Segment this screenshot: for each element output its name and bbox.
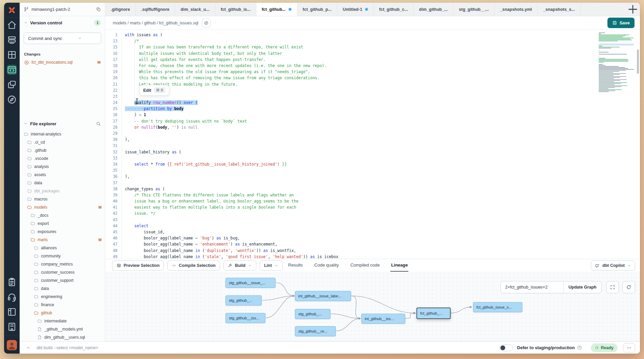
toolbar-button-lint[interactable]: Lint (260, 260, 283, 271)
code-line[interactable]: 22 (105, 87, 640, 93)
editor-tab-fct_github_is...[interactable]: fct_github_is... (215, 3, 256, 16)
rail-item-layers[interactable] (4, 33, 20, 47)
file-explorer-header[interactable]: File explorer (20, 119, 105, 128)
tree-item-export[interactable]: export (20, 219, 105, 228)
lineage-node-stg_github_...[interactable]: stg_github_... (295, 309, 330, 319)
tree-item-_github__models.yml[interactable]: _github__models.yml (20, 325, 105, 333)
code-line[interactable]: 48 boolor_agg(label_name in ('duplicate'… (105, 248, 640, 254)
tree-item-dim_github__users.sql[interactable]: dim_github__users.sql (20, 333, 105, 341)
code-line[interactable]: 33 (105, 155, 640, 161)
tree-item-intermediate[interactable]: intermediate (20, 317, 105, 325)
help-icon[interactable] (577, 345, 582, 350)
tree-item-marts[interactable]: martsM (20, 236, 105, 244)
code-line[interactable]: 20 this has the effect of removing the n… (105, 75, 640, 81)
lineage-node-fct_github_issue_s...[interactable]: fct_github_issue_s... (473, 302, 522, 312)
editor-tab-fct_github_p...[interactable]: fct_github_p... (297, 3, 337, 16)
command-input[interactable]: dbt build --select <model_name> (37, 345, 499, 350)
lineage-node-stg_github_...[interactable]: stg_github_... (226, 295, 262, 305)
editor-tab-_snapshots_s...[interactable]: _snapshots_s... (538, 3, 581, 16)
defer-toggle[interactable] (499, 344, 513, 351)
tree-item-finance[interactable]: finance (20, 301, 105, 309)
code-line[interactable]: 29 (105, 130, 640, 136)
editor-tab-fct_github_c...[interactable]: fct_github_c... (374, 3, 414, 16)
editor-scrollbar[interactable] (637, 49, 639, 74)
rail-item-home[interactable] (4, 18, 20, 33)
tree-item-exposures[interactable]: exposures (20, 228, 105, 236)
code-line[interactable]: 39 /* This CTE flattens the different is… (105, 192, 640, 198)
tree-item-.github[interactable]: .github (20, 146, 105, 154)
code-line[interactable]: 15 If an issue has been transferred to a… (105, 44, 640, 50)
tree-item-models[interactable]: modelsM (20, 203, 105, 211)
rail-item-docs[interactable] (4, 304, 20, 319)
lineage-node-stg_github__issue_...[interactable]: stg_github__issue_... (226, 278, 276, 288)
code-line[interactable]: 24 qualify row_number() over ( (105, 100, 640, 106)
code-line[interactable]: 1with issues as ( (105, 32, 640, 38)
tree-item-community[interactable]: community (20, 252, 105, 260)
tree-item-alliances[interactable]: alliances (20, 244, 105, 252)
tree-item-.vscode[interactable]: .vscode (20, 154, 105, 163)
code-line[interactable]: 32issue_label_history as ( (105, 149, 640, 155)
update-graph-button[interactable]: Update Graph (563, 281, 601, 293)
copy-branch-icon[interactable] (96, 7, 101, 12)
toolbar-button-compile-selection[interactable]: Compile Selection (167, 260, 220, 271)
editor-tab-dim_slack_u...[interactable]: dim_slack_u... (175, 3, 215, 16)
branch-name[interactable]: mirnawong1-patch-2 (31, 7, 93, 12)
panel-tab-compiled-code[interactable]: Compiled code (350, 259, 381, 272)
dbt-copilot-button[interactable]: dbt Copilot (591, 260, 635, 271)
lineage-node-int_github__iss...[interactable]: int_github__iss... (361, 314, 405, 324)
code-line[interactable]: 45 issue_id, (105, 229, 640, 235)
save-button[interactable]: Save (607, 18, 635, 28)
tree-item-internal-analytics[interactable]: internal-analytics (20, 130, 105, 138)
new-tab-button[interactable] (626, 3, 640, 16)
code-line[interactable]: 13 /* (105, 38, 640, 44)
code-line[interactable]: 36), (105, 173, 640, 180)
code-line[interactable]: 41 easiest way to flatten multiple label… (105, 204, 640, 210)
edit-tooltip-label[interactable]: Edit (143, 88, 151, 93)
editor-tab-.gitignore[interactable]: .gitignore (105, 3, 136, 16)
tree-item-customer_success[interactable]: customer_success (20, 268, 105, 276)
version-control-header[interactable]: Version control 1 (20, 18, 105, 27)
code-line[interactable]: 18 For now, choose the one with more rec… (105, 63, 640, 69)
graph-selector-input[interactable]: 2+fct_github_issues+2 (501, 281, 563, 293)
tree-item-customer_support[interactable]: customer_support (20, 276, 105, 284)
code-line[interactable]: 47 boolor_agg(label_name = 'enhancement'… (105, 241, 640, 247)
code-line[interactable]: 21 Let's revisit this modeling in the fu… (105, 81, 640, 87)
code-line[interactable]: 27 -- don't try deduping issues with no … (105, 118, 640, 124)
code-line[interactable]: 30), (105, 136, 640, 143)
more-options-button[interactable] (623, 343, 635, 353)
code-line[interactable]: 19 While this prevents the old issue fro… (105, 69, 640, 75)
editor-tab-stg_github__...[interactable]: stg_github__... (453, 3, 494, 16)
collapse-command-bar-button[interactable] (24, 344, 32, 352)
tree-item-macros[interactable]: macros (20, 195, 105, 203)
panel-tab-lineage[interactable]: Lineage (390, 259, 408, 272)
code-line[interactable]: 31 (105, 143, 640, 149)
refresh-graph-button[interactable] (622, 281, 635, 293)
code-line[interactable]: 28 or nullif(body, '') is null (105, 124, 640, 130)
code-editor[interactable]: 1with issues as (13 /*15 If an issue has… (105, 30, 640, 259)
rail-item-building[interactable] (4, 319, 20, 334)
editor-tab-.sqlfluffignore[interactable]: .sqlfluffignore (136, 3, 175, 16)
panel-tab-results[interactable]: Results (287, 259, 303, 272)
code-line[interactable]: 42 issue. */ (105, 210, 640, 216)
editor-tab-fct_github...[interactable]: fct_github... (256, 3, 297, 16)
tree-item-data[interactable]: data (20, 179, 105, 187)
tree-item-.ci_cd[interactable]: .ci_cd (20, 138, 105, 146)
code-line[interactable]: 26 ) = 1 (105, 112, 640, 118)
user-avatar[interactable] (7, 340, 17, 350)
code-line[interactable]: 44 select (105, 223, 640, 229)
code-line[interactable]: 49 boolor_agg(label_name in ('stale', 'g… (105, 254, 640, 259)
search-icon[interactable] (96, 121, 101, 126)
rail-item-clipboard[interactable] (4, 275, 20, 290)
toolbar-button-build[interactable]: Build (223, 260, 256, 271)
code-line[interactable]: 17 will get updates for events that happ… (105, 57, 640, 63)
tree-item-_docs[interactable]: _docs (20, 211, 105, 219)
tree-item-engineering[interactable]: engineering (20, 293, 105, 301)
editor-tab-_snapshots.yml[interactable]: _snapshots.yml (495, 3, 538, 16)
code-line[interactable]: 46 boolor_agg(label_name = 'bug') as is_… (105, 235, 640, 241)
editor-tab-Untitled-1[interactable]: Untitled-1 (337, 3, 374, 16)
code-line[interactable]: 35 (105, 167, 640, 173)
editor-tab-dim_github_...[interactable]: dim_github_... (414, 3, 454, 16)
tree-item-assets[interactable]: assets (20, 171, 105, 179)
rail-item-headset[interactable] (4, 290, 20, 304)
tree-item-analysis[interactable]: analysis (20, 163, 105, 171)
